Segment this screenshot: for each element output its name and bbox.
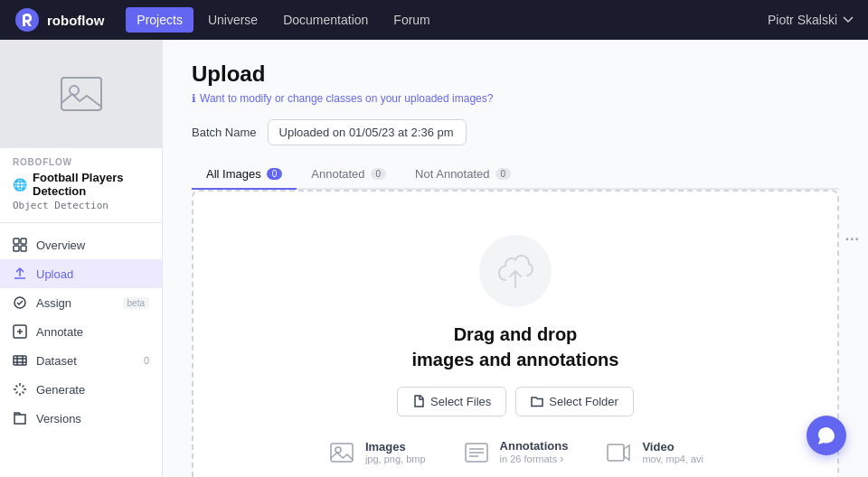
- dataset-icon: [13, 353, 27, 368]
- image-icon: [329, 440, 354, 465]
- video-type-name: Video: [642, 440, 703, 454]
- sidebar: ROBOFLOW 🌐 Football Players Detection ⋯ …: [0, 40, 163, 477]
- topnav-documentation[interactable]: Documentation: [272, 7, 379, 33]
- svg-rect-13: [608, 444, 624, 461]
- sidebar-dataset-label: Dataset: [36, 354, 135, 368]
- cloud-upload-icon: [497, 253, 533, 289]
- info-icon: ℹ: [192, 92, 196, 105]
- sidebar-item-versions[interactable]: Versions: [0, 404, 162, 433]
- sidebar-item-dataset[interactable]: Dataset 0: [0, 346, 162, 375]
- brand-label: ROBOFLOW: [13, 157, 149, 167]
- images-type-sub: jpg, png, bmp: [365, 454, 426, 464]
- svg-rect-9: [14, 356, 26, 365]
- tab-not-annotated[interactable]: Not Annotated 0: [401, 160, 525, 190]
- sidebar-item-overview[interactable]: Overview: [0, 230, 162, 259]
- sidebar-generate-label: Generate: [36, 383, 149, 397]
- folder-icon: [531, 395, 543, 407]
- upload-icon: [13, 267, 27, 281]
- project-info: ROBOFLOW 🌐 Football Players Detection ⋯ …: [0, 148, 162, 215]
- chat-button[interactable]: [807, 416, 846, 455]
- batch-input[interactable]: [268, 119, 467, 145]
- svg-rect-3: [14, 238, 19, 244]
- annotated-count: 0: [371, 168, 387, 180]
- project-type: Object Detection: [13, 200, 149, 211]
- sidebar-annotate-label: Annotate: [36, 325, 149, 339]
- user-menu[interactable]: Piotr Skalski: [768, 13, 854, 27]
- file-icon: [412, 395, 425, 407]
- type-images: Images jpg, png, bmp: [327, 438, 426, 467]
- layout: ROBOFLOW 🌐 Football Players Detection ⋯ …: [0, 40, 868, 477]
- roboflow-logo-icon: [14, 7, 40, 33]
- batch-row: Batch Name: [192, 119, 839, 145]
- video-type-sub: mov, mp4, avi: [642, 454, 703, 464]
- versions-icon: [13, 411, 27, 426]
- sidebar-item-upload[interactable]: Upload: [0, 259, 162, 288]
- select-folder-button[interactable]: Select Folder: [515, 387, 634, 416]
- sidebar-assign-label: Assign: [36, 296, 114, 310]
- select-files-button[interactable]: Select Files: [397, 387, 506, 416]
- page-title: Upload: [192, 61, 839, 87]
- annotation-icon: [464, 440, 489, 465]
- project-name: 🌐 Football Players Detection ⋯: [13, 171, 149, 198]
- tab-all-images[interactable]: All Images 0: [192, 160, 297, 190]
- topnav: roboflow Projects Universe Documentation…: [0, 0, 868, 40]
- globe-icon: 🌐: [13, 178, 27, 192]
- annotations-arrow-icon: ›: [560, 453, 563, 465]
- topnav-universe[interactable]: Universe: [197, 7, 269, 33]
- annotations-type-sub: in 26 formats ›: [500, 453, 569, 465]
- images-type-name: Images: [365, 440, 426, 454]
- type-annotations: Annotations in 26 formats ›: [462, 438, 569, 467]
- annotate-icon: [13, 324, 27, 339]
- main-content: Upload ℹ Want to modify or change classe…: [163, 40, 868, 477]
- video-type-icon: [604, 438, 633, 467]
- video-icon: [606, 440, 631, 465]
- svg-rect-1: [61, 78, 101, 110]
- sidebar-upload-label: Upload: [36, 267, 149, 281]
- grid-icon: [13, 238, 27, 252]
- image-tabs: All Images 0 Annotated 0 Not Annotated 0: [192, 160, 839, 190]
- chat-icon: [816, 426, 836, 445]
- sidebar-overview-label: Overview: [36, 238, 149, 252]
- user-name: Piotr Skalski: [768, 13, 837, 27]
- image-type-icon: [327, 438, 356, 467]
- logo[interactable]: roboflow: [14, 7, 104, 33]
- sidebar-divider: [0, 222, 162, 223]
- topnav-forum[interactable]: Forum: [382, 7, 440, 33]
- project-thumbnail: [0, 40, 162, 148]
- logo-text: roboflow: [47, 13, 104, 28]
- sidebar-menu: Overview Upload Assign beta: [0, 230, 162, 440]
- dataset-count: 0: [144, 355, 149, 366]
- dropzone-types: Images jpg, png, bmp Annotations: [327, 438, 703, 467]
- sidebar-versions-label: Versions: [36, 412, 149, 426]
- project-thumb-icon: [58, 70, 105, 117]
- page-subtitle: ℹ Want to modify or change classes on yo…: [192, 92, 839, 105]
- svg-rect-5: [14, 246, 19, 251]
- dropzone-cloud-icon: [479, 235, 552, 307]
- assign-beta-badge: beta: [123, 297, 149, 309]
- dropzone-buttons: Select Files Select Folder: [397, 387, 634, 416]
- type-video: Video mov, mp4, avi: [604, 438, 703, 467]
- annotations-type-name: Annotations: [500, 439, 569, 453]
- svg-rect-6: [21, 246, 26, 251]
- dropzone-title: Drag and drop images and annotations: [412, 322, 619, 372]
- topnav-projects[interactable]: Projects: [126, 7, 193, 33]
- svg-rect-4: [21, 238, 26, 244]
- assign-icon: [13, 295, 27, 310]
- sidebar-item-assign[interactable]: Assign beta: [0, 288, 162, 317]
- sidebar-item-generate[interactable]: Generate: [0, 375, 162, 404]
- all-images-count: 0: [267, 168, 283, 180]
- topnav-links: Projects Universe Documentation Forum: [126, 7, 746, 33]
- upload-dropzone[interactable]: Drag and drop images and annotations Sel…: [192, 190, 839, 477]
- svg-point-2: [70, 86, 79, 95]
- svg-rect-10: [331, 444, 353, 462]
- svg-point-11: [335, 447, 341, 453]
- batch-label: Batch Name: [192, 126, 257, 139]
- tab-annotated[interactable]: Annotated 0: [297, 160, 401, 190]
- annotation-type-icon: [462, 438, 491, 467]
- chevron-down-icon: [843, 14, 854, 25]
- not-annotated-count: 0: [495, 168, 512, 180]
- generate-icon: [13, 382, 27, 397]
- sidebar-item-annotate[interactable]: Annotate: [0, 317, 162, 346]
